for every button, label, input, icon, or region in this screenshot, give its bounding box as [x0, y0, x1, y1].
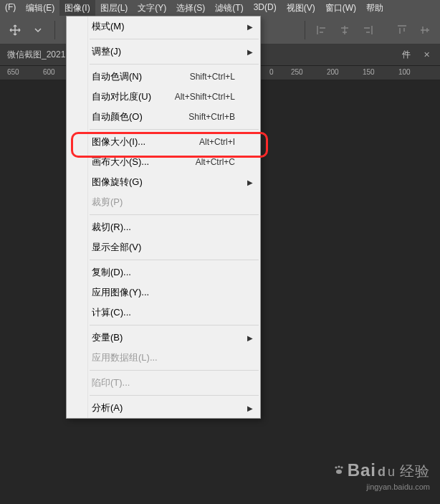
- svg-point-1: [338, 465, 340, 467]
- menubar-item[interactable]: 滤镜(T): [210, 0, 248, 16]
- menu-item[interactable]: 变量(B)▶: [67, 328, 260, 348]
- menubar-item[interactable]: 文字(Y): [133, 0, 171, 16]
- menu-shortcut: Alt+Shift+Ctrl+L: [175, 92, 235, 102]
- menu-item: 裁剪(P): [67, 192, 260, 212]
- menu-item-label: 陷印(T)...: [92, 376, 130, 389]
- tab-extra: 件: [399, 44, 413, 65]
- menu-separator: [90, 39, 259, 39]
- tab-close-button[interactable]: ✕: [413, 44, 440, 65]
- menu-item[interactable]: 自动颜色(O)Shift+Ctrl+B: [67, 107, 260, 127]
- menu-item[interactable]: 应用图像(Y)...: [67, 282, 260, 303]
- toolbar-separator: [305, 21, 305, 39]
- menu-item[interactable]: 分析(A)▶: [67, 398, 260, 418]
- watermark-brand-pre: Bai: [348, 460, 376, 480]
- ruler-tick: 150: [363, 68, 375, 76]
- menu-shortcut: Alt+Ctrl+I: [199, 137, 235, 147]
- document-tab[interactable]: 微信截图_2021: [0, 44, 72, 65]
- ruler-tick: 200: [327, 68, 339, 76]
- menu-shortcut: Shift+Ctrl+B: [188, 112, 235, 122]
- menubar: (F)编辑(E)图像(I)图层(L)文字(Y)选择(S)滤镜(T)3D(D)视图…: [0, 0, 440, 16]
- align-left-icon[interactable]: [312, 21, 331, 39]
- du-icon: d: [378, 465, 386, 480]
- menubar-item[interactable]: 图层(L): [95, 0, 133, 16]
- menu-item[interactable]: 自动色调(N)Shift+Ctrl+L: [67, 67, 260, 87]
- svg-point-3: [336, 470, 342, 474]
- chevron-down-icon[interactable]: [29, 21, 47, 39]
- svg-point-0: [335, 466, 337, 468]
- align-right-icon[interactable]: [358, 21, 377, 39]
- menubar-item[interactable]: 3D(D): [249, 0, 282, 16]
- menu-item: 陷印(T)...: [67, 373, 260, 393]
- menu-item-label: 显示全部(V): [92, 241, 141, 254]
- menu-item-label: 自动颜色(O): [92, 110, 143, 123]
- menubar-item[interactable]: 窗口(W): [320, 0, 361, 16]
- watermark: Baidu 经验 jingyan.baidu.com: [333, 460, 430, 491]
- menu-item[interactable]: 图像旋转(G)▶: [67, 172, 260, 192]
- submenu-arrow-icon: ▶: [247, 179, 253, 186]
- submenu-arrow-icon: ▶: [247, 23, 253, 31]
- menubar-item[interactable]: 图像(I): [59, 0, 95, 16]
- menu-item-label: 分析(A): [92, 401, 123, 414]
- menu-separator: [90, 260, 259, 260]
- menu-separator: [90, 64, 259, 65]
- menu-item-label: 模式(M): [92, 20, 125, 33]
- menu-shortcut: Shift+Ctrl+L: [190, 72, 235, 82]
- menu-item: 应用数据组(L)...: [67, 348, 260, 368]
- menu-item-label: 自动对比度(U): [92, 90, 151, 103]
- menu-separator: [90, 325, 259, 325]
- menu-separator: [90, 214, 259, 215]
- ruler-tick: 600: [43, 68, 55, 76]
- image-menu-dropdown: 模式(M)▶调整(J)▶自动色调(N)Shift+Ctrl+L自动对比度(U)A…: [66, 16, 261, 419]
- ruler-tick: 0: [269, 68, 274, 76]
- watermark-brand-post: 经验: [400, 462, 430, 481]
- menu-separator: [90, 395, 259, 396]
- ruler-tick: 650: [7, 68, 19, 76]
- menu-item[interactable]: 图像大小(I)...Alt+Ctrl+I: [67, 132, 260, 152]
- align-middle-icon[interactable]: [416, 21, 434, 39]
- menu-item-label: 应用数据组(L)...: [92, 351, 158, 364]
- menubar-item[interactable]: 选择(S): [171, 0, 210, 16]
- menu-item-label: 裁切(R)...: [92, 221, 131, 234]
- menubar-item[interactable]: 帮助: [361, 0, 388, 16]
- menu-item[interactable]: 自动对比度(U)Alt+Shift+Ctrl+L: [67, 87, 260, 107]
- menu-item[interactable]: 计算(C)...: [67, 303, 260, 323]
- paw-icon: [333, 460, 345, 480]
- menu-separator: [90, 129, 259, 130]
- svg-point-2: [340, 466, 343, 468]
- ruler-tick: 100: [398, 68, 411, 76]
- menu-item-label: 图像大小(I)...: [92, 135, 145, 148]
- submenu-arrow-icon: ▶: [247, 404, 253, 412]
- menu-item-label: 复制(D)...: [92, 266, 131, 279]
- menu-item-label: 自动色调(N): [92, 70, 142, 83]
- menu-item-label: 调整(J): [92, 45, 121, 58]
- menu-item-label: 裁剪(P): [92, 196, 123, 209]
- ruler-tick: 250: [291, 68, 303, 76]
- menu-item-label: 应用图像(Y)...: [92, 286, 149, 299]
- submenu-arrow-icon: ▶: [247, 334, 253, 342]
- menu-item-label: 计算(C)...: [92, 306, 131, 319]
- menubar-item[interactable]: 视图(V): [282, 0, 320, 16]
- submenu-arrow-icon: ▶: [247, 48, 253, 56]
- tab-title: 微信截图_2021: [7, 49, 65, 61]
- align-center-h-icon[interactable]: [335, 21, 354, 39]
- menubar-item[interactable]: (F): [0, 0, 21, 16]
- menu-item[interactable]: 调整(J)▶: [67, 42, 260, 62]
- menu-item[interactable]: 裁切(R)...: [67, 217, 260, 237]
- menubar-item[interactable]: 编辑(E): [21, 0, 59, 16]
- menu-item-label: 变量(B): [92, 331, 123, 344]
- menu-item[interactable]: 显示全部(V): [67, 237, 260, 257]
- close-icon: ✕: [421, 50, 433, 60]
- menu-item-label: 画布大小(S)...: [92, 156, 149, 168]
- menu-shortcut: Alt+Ctrl+C: [196, 157, 235, 167]
- move-tool-icon[interactable]: [6, 21, 24, 39]
- menu-item[interactable]: 画布大小(S)...Alt+Ctrl+C: [67, 152, 260, 172]
- menu-separator: [90, 370, 259, 371]
- menu-item[interactable]: 复制(D)...: [67, 262, 260, 282]
- menu-item-label: 图像旋转(G): [92, 176, 143, 189]
- toolbar-separator: [54, 21, 55, 39]
- watermark-url: jingyan.baidu.com: [333, 482, 430, 491]
- align-top-icon[interactable]: [393, 21, 411, 39]
- menu-item[interactable]: 模式(M)▶: [67, 16, 260, 37]
